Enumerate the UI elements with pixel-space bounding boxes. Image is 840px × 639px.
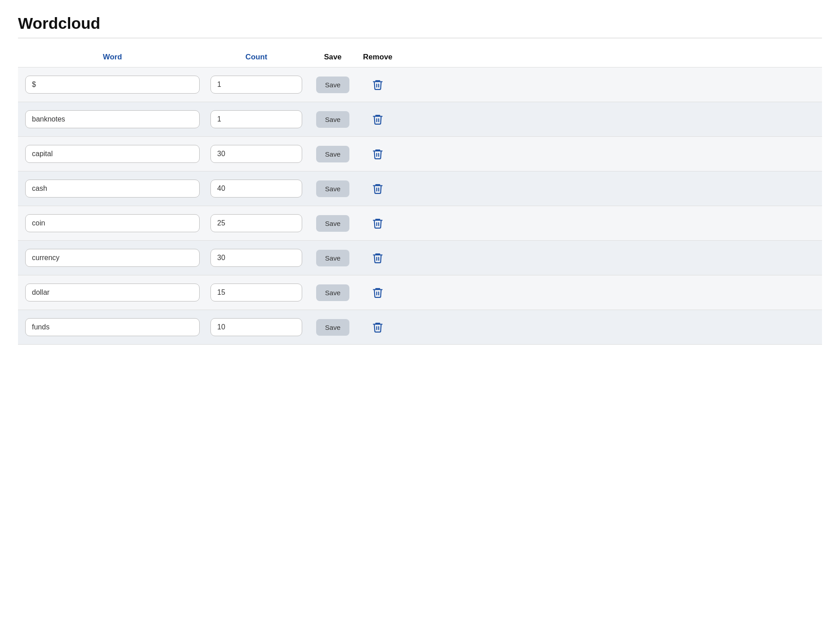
cell-word-3 bbox=[18, 180, 207, 198]
remove-button-4[interactable] bbox=[372, 217, 384, 229]
cell-remove-3 bbox=[360, 183, 396, 194]
cell-word-0 bbox=[18, 76, 207, 94]
save-button-7[interactable]: Save bbox=[316, 319, 350, 336]
trash-icon-4 bbox=[372, 217, 384, 229]
col-header-count: Count bbox=[207, 53, 306, 62]
remove-button-3[interactable] bbox=[372, 183, 384, 194]
word-input-1[interactable] bbox=[25, 110, 200, 128]
cell-remove-6 bbox=[360, 287, 396, 298]
cell-save-4: Save bbox=[306, 215, 360, 232]
cell-remove-7 bbox=[360, 321, 396, 333]
word-input-5[interactable] bbox=[25, 249, 200, 267]
remove-button-2[interactable] bbox=[372, 148, 384, 160]
cell-remove-0 bbox=[360, 79, 396, 90]
word-input-0[interactable] bbox=[25, 76, 200, 94]
remove-button-5[interactable] bbox=[372, 252, 384, 264]
word-input-4[interactable] bbox=[25, 214, 200, 232]
count-input-5[interactable] bbox=[210, 249, 302, 267]
cell-word-7 bbox=[18, 318, 207, 336]
table-row: Save bbox=[18, 68, 822, 102]
cell-word-4 bbox=[18, 214, 207, 232]
cell-word-2 bbox=[18, 145, 207, 163]
save-button-6[interactable]: Save bbox=[316, 284, 350, 301]
save-button-4[interactable]: Save bbox=[316, 215, 350, 232]
col-header-remove: Remove bbox=[360, 53, 396, 62]
cell-remove-2 bbox=[360, 148, 396, 160]
count-input-6[interactable] bbox=[210, 284, 302, 302]
table-row: Save bbox=[18, 102, 822, 137]
word-input-7[interactable] bbox=[25, 318, 200, 336]
count-input-3[interactable] bbox=[210, 180, 302, 198]
trash-icon-5 bbox=[372, 252, 384, 264]
count-input-0[interactable] bbox=[210, 76, 302, 94]
count-input-7[interactable] bbox=[210, 318, 302, 336]
trash-icon-6 bbox=[372, 287, 384, 298]
count-input-1[interactable] bbox=[210, 110, 302, 128]
col-header-word: Word bbox=[18, 53, 207, 62]
table-body: Save Save bbox=[18, 67, 822, 345]
cell-remove-1 bbox=[360, 113, 396, 125]
cell-remove-4 bbox=[360, 217, 396, 229]
cell-save-1: Save bbox=[306, 111, 360, 128]
save-button-2[interactable]: Save bbox=[316, 146, 350, 162]
save-button-0[interactable]: Save bbox=[316, 76, 350, 93]
remove-button-7[interactable] bbox=[372, 321, 384, 333]
cell-count-0 bbox=[207, 76, 306, 94]
cell-save-7: Save bbox=[306, 319, 360, 336]
table-row: Save bbox=[18, 275, 822, 310]
remove-button-0[interactable] bbox=[372, 79, 384, 90]
cell-count-6 bbox=[207, 284, 306, 302]
table-row: Save bbox=[18, 206, 822, 241]
word-input-3[interactable] bbox=[25, 180, 200, 198]
cell-count-7 bbox=[207, 318, 306, 336]
remove-button-1[interactable] bbox=[372, 113, 384, 125]
cell-save-0: Save bbox=[306, 76, 360, 93]
count-input-2[interactable] bbox=[210, 145, 302, 163]
cell-word-1 bbox=[18, 110, 207, 128]
count-input-4[interactable] bbox=[210, 214, 302, 232]
remove-button-6[interactable] bbox=[372, 287, 384, 298]
cell-save-6: Save bbox=[306, 284, 360, 301]
title-divider bbox=[18, 38, 822, 38]
cell-count-4 bbox=[207, 214, 306, 232]
col-header-save: Save bbox=[306, 53, 360, 62]
cell-count-5 bbox=[207, 249, 306, 267]
cell-word-5 bbox=[18, 249, 207, 267]
cell-save-2: Save bbox=[306, 146, 360, 162]
table-row: Save bbox=[18, 310, 822, 345]
page-title: Wordcloud bbox=[18, 14, 822, 32]
cell-remove-5 bbox=[360, 252, 396, 264]
trash-icon-2 bbox=[372, 148, 384, 160]
trash-icon-1 bbox=[372, 113, 384, 125]
cell-word-6 bbox=[18, 284, 207, 302]
save-button-1[interactable]: Save bbox=[316, 111, 350, 128]
table-header: Word Count Save Remove bbox=[18, 49, 822, 67]
table-row: Save bbox=[18, 241, 822, 275]
cell-count-3 bbox=[207, 180, 306, 198]
cell-count-2 bbox=[207, 145, 306, 163]
save-button-3[interactable]: Save bbox=[316, 180, 350, 197]
word-input-6[interactable] bbox=[25, 284, 200, 302]
cell-save-3: Save bbox=[306, 180, 360, 197]
cell-save-5: Save bbox=[306, 250, 360, 266]
word-input-2[interactable] bbox=[25, 145, 200, 163]
trash-icon-0 bbox=[372, 79, 384, 90]
table-row: Save bbox=[18, 137, 822, 171]
table-row: Save bbox=[18, 171, 822, 206]
trash-icon-3 bbox=[372, 183, 384, 194]
trash-icon-7 bbox=[372, 321, 384, 333]
save-button-5[interactable]: Save bbox=[316, 250, 350, 266]
cell-count-1 bbox=[207, 110, 306, 128]
